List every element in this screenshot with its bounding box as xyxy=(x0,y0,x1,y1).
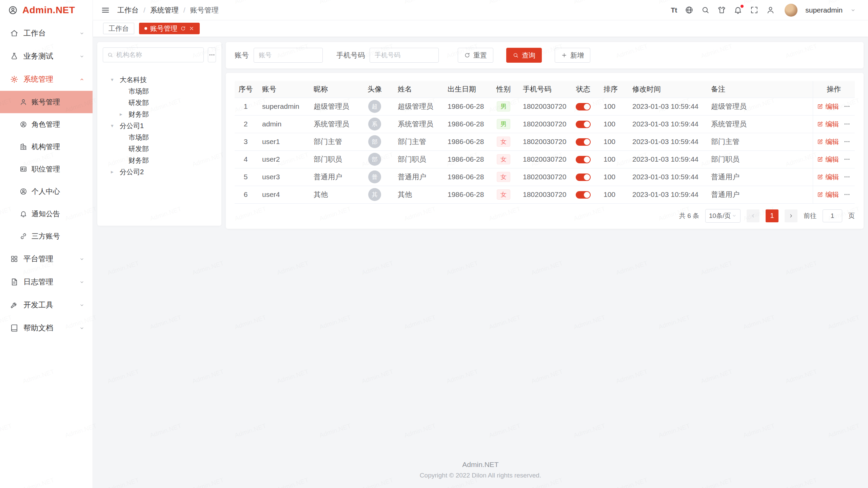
tree-node[interactable]: ▾ 大名科技 xyxy=(103,74,216,85)
caret-down-icon[interactable]: ▾ xyxy=(111,77,120,83)
status-toggle[interactable] xyxy=(576,138,591,146)
cell-sort: 100 xyxy=(598,168,627,186)
breadcrumb-item-current: 账号管理 xyxy=(190,5,219,15)
bell-icon xyxy=(20,210,27,218)
edit-icon xyxy=(817,174,823,180)
fullscreen-icon[interactable] xyxy=(750,6,758,14)
notification-icon[interactable] xyxy=(734,6,742,14)
tree-more-button[interactable] xyxy=(208,47,216,62)
sidebar-item-log-management[interactable]: 日志管理 xyxy=(0,270,93,293)
caret-right-icon[interactable]: ▸ xyxy=(111,169,120,175)
row-avatar: 部 xyxy=(368,135,381,148)
sidebar-item-workbench[interactable]: 工作台 xyxy=(0,22,93,45)
status-toggle[interactable] xyxy=(576,191,591,199)
cell-nickname: 系统管理员 xyxy=(308,115,357,133)
cell-nickname: 部门主管 xyxy=(308,133,357,150)
tree-node[interactable]: 市场部 xyxy=(103,85,216,97)
cell-sort: 100 xyxy=(598,150,627,168)
language-icon[interactable] xyxy=(685,6,693,14)
tree-node[interactable]: 研发部 xyxy=(103,143,216,155)
add-button[interactable]: 新增 xyxy=(555,48,590,63)
status-toggle[interactable] xyxy=(576,174,591,181)
refresh-icon[interactable] xyxy=(180,26,186,31)
tab-account-management[interactable]: 账号管理 xyxy=(139,23,200,34)
sidebar-item-dev-tools[interactable]: 开发工具 xyxy=(0,293,93,317)
reset-button[interactable]: 重置 xyxy=(458,48,493,63)
account-input[interactable] xyxy=(254,48,323,63)
edit-button[interactable]: 编辑 xyxy=(817,102,839,111)
edit-button[interactable]: 编辑 xyxy=(817,172,839,182)
topbar: 工作台 / 系统管理 / 账号管理 Tt superadmin xyxy=(93,0,868,20)
tree-node[interactable]: 市场部 xyxy=(103,131,216,143)
next-page-button[interactable] xyxy=(785,209,797,222)
query-label: 查询 xyxy=(522,51,535,60)
chevron-down-icon[interactable] xyxy=(850,7,856,13)
sidebar-item-notifications[interactable]: 通知公告 xyxy=(0,203,93,225)
search-icon xyxy=(513,52,519,58)
sidebar-item-help-docs[interactable]: 帮助文档 xyxy=(0,317,93,340)
edit-icon xyxy=(817,191,823,198)
sidebar-item-position-management[interactable]: 职位管理 xyxy=(0,158,93,180)
edit-button[interactable]: 编辑 xyxy=(817,190,839,199)
font-size-icon[interactable]: Tt xyxy=(671,7,677,14)
query-button[interactable]: 查询 xyxy=(506,48,542,63)
more-actions-icon[interactable] xyxy=(844,191,850,198)
edit-button[interactable]: 编辑 xyxy=(817,120,839,129)
theme-icon[interactable] xyxy=(717,6,726,14)
tree-node[interactable]: ▸ 财务部 xyxy=(103,108,216,120)
sidebar-item-role-management[interactable]: 角色管理 xyxy=(0,113,93,136)
status-toggle[interactable] xyxy=(576,103,591,110)
page-size-select[interactable]: 10条/页 xyxy=(705,209,741,223)
phone-input[interactable] xyxy=(370,48,439,63)
search-icon[interactable] xyxy=(701,6,710,14)
toggle-knob xyxy=(584,157,590,163)
sidebar-item-account-management[interactable]: 账号管理 xyxy=(0,91,93,113)
col-header: 序号 xyxy=(235,81,257,98)
tab-workbench[interactable]: 工作台 xyxy=(103,23,134,34)
edit-button[interactable]: 编辑 xyxy=(817,137,839,146)
sidebar-item-org-management[interactable]: 机构管理 xyxy=(0,136,93,158)
sidebar-item-personal-center[interactable]: 个人中心 xyxy=(0,180,93,203)
user-name[interactable]: superadmin xyxy=(805,6,843,14)
sidebar-item-third-party-accounts[interactable]: 三方账号 xyxy=(0,225,93,247)
more-actions-icon[interactable] xyxy=(844,121,850,127)
app-logo[interactable]: Admin.NET xyxy=(0,0,93,20)
status-toggle[interactable] xyxy=(576,121,591,128)
sidebar-item-system-management[interactable]: 系统管理 xyxy=(0,68,93,91)
sidebar-item-business-test[interactable]: 业务测试 xyxy=(0,45,93,68)
goto-page-input[interactable] xyxy=(823,209,842,222)
more-actions-icon[interactable] xyxy=(844,138,850,145)
cell-remark: 普通用户 xyxy=(706,186,813,203)
tree-node[interactable]: ▾ 分公司1 xyxy=(103,120,216,131)
cell-name: 部门主管 xyxy=(392,133,442,150)
sidebar-item-platform-management[interactable]: 平台管理 xyxy=(0,247,93,270)
tree-node[interactable]: 财务部 xyxy=(103,155,216,166)
more-actions-icon[interactable] xyxy=(844,174,850,180)
cell-account: user1 xyxy=(257,133,308,150)
breadcrumb-item[interactable]: 工作台 xyxy=(117,5,139,15)
more-actions-icon[interactable] xyxy=(844,156,850,163)
profile-icon[interactable] xyxy=(766,6,775,14)
edit-button[interactable]: 编辑 xyxy=(817,155,839,164)
col-header: 账号 xyxy=(257,81,308,98)
user-avatar[interactable] xyxy=(785,4,797,17)
tree-node[interactable]: 研发部 xyxy=(103,97,216,108)
status-toggle[interactable] xyxy=(576,156,591,163)
hamburger-menu-icon[interactable] xyxy=(101,6,110,15)
tree-node[interactable]: ▸ 分公司2 xyxy=(103,166,216,178)
table-row: 5 user3 普通用户 普 普通用户 1986-06-28 女 1802003… xyxy=(235,168,855,186)
chevron-down-icon xyxy=(79,257,84,262)
prev-page-button[interactable] xyxy=(747,209,760,222)
page-unit-label: 页 xyxy=(848,211,855,220)
page-number-1[interactable]: 1 xyxy=(766,209,778,222)
org-search-input[interactable] xyxy=(116,51,199,59)
caret-down-icon[interactable]: ▾ xyxy=(111,123,120,129)
page-size-value: 10条/页 xyxy=(709,211,731,220)
breadcrumb-item[interactable]: 系统管理 xyxy=(150,5,179,15)
cell-phone: 18020030720 xyxy=(517,115,568,133)
close-icon[interactable] xyxy=(189,26,194,31)
page-content: ▾ 大名科技 市场部 研发部 ▸ 财务部 xyxy=(93,37,868,488)
chevron-up-icon xyxy=(79,77,84,82)
more-actions-icon[interactable] xyxy=(844,103,850,110)
caret-right-icon[interactable]: ▸ xyxy=(120,111,129,117)
